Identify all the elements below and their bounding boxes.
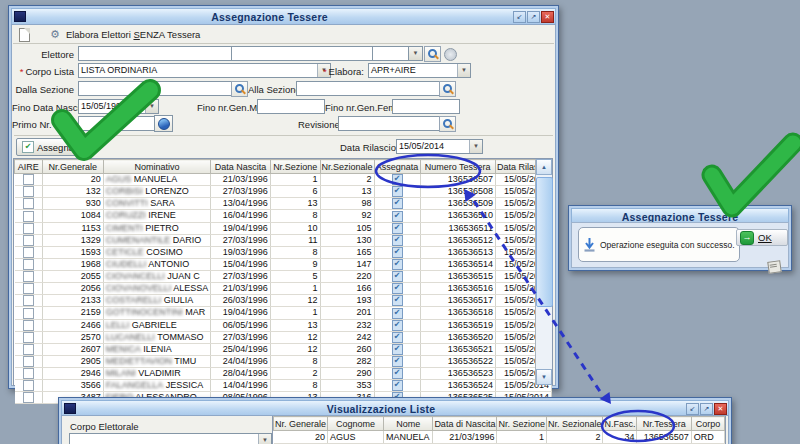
checkbox[interactable]: ✔: [392, 223, 403, 234]
table-row[interactable]: 1329CUMENANTILE DARIO27/03/199611130✔136…: [15, 234, 552, 246]
alla-sezione-input[interactable]: [296, 81, 442, 96]
checkbox[interactable]: [23, 380, 34, 391]
checkbox[interactable]: [23, 247, 34, 258]
maximize-icon[interactable]: ↗: [700, 403, 713, 415]
table-row[interactable]: 930CONVITTI SARA13/04/19961398✔136536509…: [15, 198, 552, 210]
table-row[interactable]: 20AGUSMANUELA21/03/19961234136536507ORD: [274, 431, 725, 444]
column-header[interactable]: Nr. Sezione: [497, 417, 547, 431]
elettore-dropdown-icon[interactable]: ▼: [408, 46, 423, 61]
new-document-icon[interactable]: [19, 28, 30, 42]
checkbox[interactable]: ✔: [392, 332, 403, 343]
close-icon[interactable]: ✕: [714, 403, 727, 415]
checkbox[interactable]: [23, 235, 34, 246]
tessera-icon-button[interactable]: [154, 115, 173, 132]
elabora-combo[interactable]: APR+AIRE▼: [368, 63, 471, 78]
table-row[interactable]: 2905MEDIETTAVION TIMU24/04/19968282✔1365…: [15, 355, 552, 367]
checkbox[interactable]: ✔: [392, 283, 403, 294]
revisione-search-icon[interactable]: [439, 116, 456, 132]
table-row[interactable]: 1084CORUZZI IRENE16/04/1996892✔136536510…: [15, 210, 552, 222]
checkbox[interactable]: ✔: [392, 235, 403, 246]
data-rilascio-combo[interactable]: 15/05/2014▼: [396, 139, 483, 154]
checkbox[interactable]: [23, 271, 34, 282]
fino-data-nascita-dropdown-icon[interactable]: ▼: [145, 100, 158, 113]
checkbox[interactable]: [23, 223, 34, 234]
checkbox[interactable]: [23, 344, 34, 355]
table-row[interactable]: 1153CIMENTI PIETRO19/04/199610105✔136536…: [15, 222, 552, 234]
checkbox[interactable]: ✔: [392, 186, 403, 197]
checkbox[interactable]: ✔: [392, 356, 403, 367]
column-header[interactable]: Cognome: [328, 417, 384, 431]
checkbox[interactable]: ✔: [392, 308, 403, 319]
fino-gen-mas-input[interactable]: [257, 99, 325, 114]
checkbox[interactable]: ✔: [392, 198, 403, 209]
dalla-sezione-search-icon[interactable]: [231, 81, 248, 97]
column-header[interactable]: AIRE: [15, 160, 43, 174]
column-header[interactable]: Data di Nascita: [433, 417, 497, 431]
primo-nr-tessera-input[interactable]: [78, 116, 156, 131]
maximize-icon[interactable]: ↗: [527, 11, 540, 23]
checkbox[interactable]: [23, 174, 34, 185]
table-row[interactable]: 2570LUCANELLI TOMMASO27/03/199612242✔136…: [15, 331, 552, 343]
checkbox[interactable]: [23, 295, 34, 306]
table-row[interactable]: 2607MENICA ILENIA25/04/199612260✔1365365…: [15, 343, 552, 355]
main-titlebar[interactable]: Assegnazione Tessere ↙ ↗ ✕: [11, 8, 556, 25]
column-header[interactable]: N.Fasc.: [603, 417, 637, 431]
corpo-elettorale-combo[interactable]: ▼: [69, 433, 272, 444]
checkbox[interactable]: [23, 368, 34, 379]
checkbox[interactable]: ✔: [392, 344, 403, 355]
column-header[interactable]: Nr.Sezione: [270, 160, 320, 174]
column-header[interactable]: Nr.Tessera: [637, 417, 691, 431]
column-header[interactable]: Nominativo: [103, 160, 210, 174]
checkbox[interactable]: ✔: [392, 295, 403, 306]
checkbox[interactable]: ✔: [392, 259, 403, 270]
column-header[interactable]: Numero Tessera: [420, 160, 495, 174]
column-header[interactable]: Nome: [384, 417, 433, 431]
table-row[interactable]: 2055CIOVANCELLI JUAN C27/03/19965220✔136…: [15, 271, 552, 283]
column-header[interactable]: Data Nascita: [211, 160, 271, 174]
table-row[interactable]: 2056CIOVANOVELLI ALESSA21/03/19961166✔13…: [15, 283, 552, 295]
table-row[interactable]: 2159GOTTINOCENTINI MAR19/04/19961201✔136…: [15, 307, 552, 319]
fino-data-nascita-combo[interactable]: 15/05/1996▼: [78, 99, 159, 114]
checkbox[interactable]: [23, 392, 34, 403]
checkbox[interactable]: ✔: [392, 380, 403, 391]
column-header[interactable]: Nr. Generale: [274, 417, 328, 431]
checkbox[interactable]: [23, 308, 34, 319]
table-row[interactable]: 20AGUS MANUELA21/03/199612✔13653650715/0…: [15, 174, 552, 186]
checkbox[interactable]: ✔: [392, 247, 403, 258]
column-header[interactable]: Nr.Generale: [42, 160, 103, 174]
checkbox[interactable]: ✔: [392, 271, 403, 282]
checkbox[interactable]: ✔: [392, 368, 403, 379]
table-row[interactable]: 1593CETICLE COSIMO19/03/19968165✔1365365…: [15, 246, 552, 258]
corpo-lista-combo[interactable]: LISTA ORDINARIA▼: [78, 63, 331, 78]
elabora-senza-tessera-button[interactable]: Elabora Elettori SENZA Tessera: [66, 29, 200, 40]
assegna-button[interactable]: ✔ Assegna: [16, 138, 80, 156]
checkbox[interactable]: [23, 186, 34, 197]
checkbox[interactable]: [23, 211, 34, 222]
column-header[interactable]: Nr.Sezionale: [320, 160, 374, 174]
assignment-table-scrollbar[interactable]: ▲ ▼: [535, 159, 552, 385]
fino-gen-femm-input[interactable]: [392, 99, 460, 114]
corpo-elettorale-dropdown-icon[interactable]: ▼: [258, 434, 271, 444]
revisione-input[interactable]: [338, 116, 442, 131]
checkbox[interactable]: [23, 283, 34, 294]
elettore-surname-input[interactable]: [78, 46, 234, 61]
ok-button[interactable]: → OK: [736, 229, 788, 246]
alla-sezione-search-icon[interactable]: [439, 81, 456, 97]
table-row[interactable]: 3566FALANGELLA JESSICA14/04/19968353✔136…: [15, 380, 552, 392]
elettore-clear-icon[interactable]: [444, 48, 457, 61]
column-header[interactable]: Assegnata: [374, 160, 420, 174]
elettore-name-input[interactable]: [231, 46, 375, 61]
checkbox[interactable]: [23, 259, 34, 270]
checkbox[interactable]: [23, 356, 34, 367]
elettore-code-input[interactable]: [372, 46, 411, 61]
checkbox[interactable]: [23, 198, 34, 209]
dalla-sezione-input[interactable]: [78, 81, 234, 96]
column-header[interactable]: Corpo: [691, 417, 724, 431]
close-icon[interactable]: ✕: [541, 11, 554, 23]
checkbox[interactable]: ✔: [392, 174, 403, 185]
elabora-dropdown-icon[interactable]: ▼: [457, 64, 470, 77]
checkbox[interactable]: [23, 320, 34, 331]
table-row[interactable]: 1968CIUDELLI ANTONIO15/04/19969147✔13653…: [15, 258, 552, 270]
scroll-down-icon[interactable]: ▼: [536, 369, 552, 385]
data-rilascio-dropdown-icon[interactable]: ▼: [469, 140, 482, 153]
